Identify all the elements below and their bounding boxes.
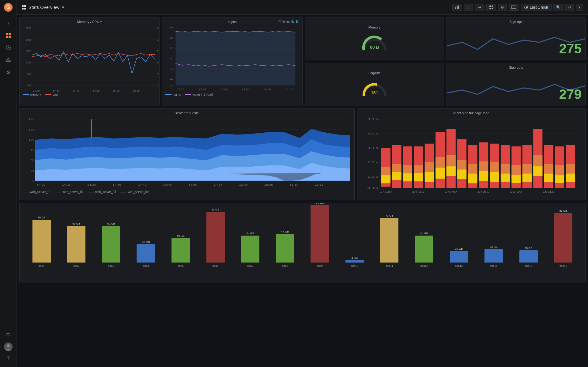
svg-text:50: 50 [31,159,35,162]
disk-bar-sda6: 83 GB sda6 [198,208,233,267]
timeshift-badge: timeshift -1h [278,20,299,23]
app-logo[interactable]: G [3,2,13,12]
svg-text:14:20: 14:20 [379,190,392,193]
disk-bar-sda12: 44 GB sda12 [407,232,441,267]
title-dropdown-icon[interactable]: ▾ [62,5,64,10]
sidebar: G + ! ⚙ 🛡 ? [0,0,17,367]
svg-text:15:05: 15:05 [264,183,273,186]
memory-gauge-panel: Memory 80 B [305,17,444,60]
sign-outs-panel: Sign outs 279 [447,63,586,106]
svg-rect-12 [457,6,458,9]
star-button[interactable]: ☆ [464,4,473,11]
disk-bar-sda15: 20 GB sda15 [511,247,546,267]
disk-bar-sda10: 4 GB sda10 [337,256,372,267]
server-requests-legend: web_server_01 web_server_02 web_server_0… [20,190,354,195]
svg-rect-146 [501,174,510,182]
logouts-gauge-svg: 161 [359,76,390,100]
dashboard-icon[interactable] [3,30,14,41]
svg-point-7 [8,47,9,48]
svg-rect-116 [392,172,401,180]
svg-rect-13 [458,6,459,9]
svg-text:25 B: 25 B [25,26,31,30]
share-button[interactable] [475,4,484,11]
disk-bar-sda13: 19 GB sda13 [442,247,476,267]
disk-bar-sda7: 44 GB sda7 [233,232,267,267]
svg-text:20 B: 20 B [25,38,31,41]
sign-ups-value: 275 [559,41,582,56]
svg-text:15:10: 15:10 [542,190,555,193]
svg-text:80 B: 80 B [370,45,379,50]
svg-text:3.0 s: 3.0 s [367,146,378,150]
cpu-legend-line [45,94,51,95]
panel-settings-button[interactable] [486,4,496,11]
add-icon[interactable]: + [3,18,14,29]
svg-text:25: 25 [31,169,35,172]
config-button[interactable]: ⚙ [498,4,507,11]
sign-ups-panel: Sign ups 275 [447,17,586,60]
svg-text:14:50: 14:50 [188,183,197,186]
logins-panel: logins timeshift -1h 70 60 50 40 [162,17,302,106]
svg-text:15:10: 15:10 [133,89,140,92]
tv-mode-button[interactable] [509,4,519,11]
svg-text:1.0 s: 1.0 s [367,175,378,178]
search-button[interactable]: 🔍 [553,4,564,11]
disk-bar-sda1: 70 GB sda1 [24,216,59,267]
svg-rect-15 [492,6,493,7]
svg-rect-161 [555,175,564,183]
grid-menu-icon [22,5,26,9]
logouts-title: Logouts [308,69,441,76]
disk-bar-sda8: 47 GB sda8 [268,230,302,267]
refresh-dropdown[interactable]: ▾ [576,4,583,11]
explore-icon[interactable] [3,42,14,53]
memory-cpu-panel: Memory / CPU ▾ 25 B 20 B 15 B 10 B [19,17,160,106]
topbar-actions: ☆ ⚙ Last 1 hour 🔍 ↺ ▾ [452,4,583,11]
svg-rect-4 [6,36,8,38]
svg-rect-164 [566,174,575,182]
svg-text:0%: 0% [157,84,159,87]
svg-text:!: ! [8,59,9,62]
svg-text:14:50: 14:50 [477,190,489,193]
svg-text:2.0 s: 2.0 s [367,161,378,164]
svg-rect-131 [446,166,455,176]
refresh-button[interactable]: ↺ [565,4,574,11]
logouts-gauge-panel: Logouts 161 [305,63,444,106]
svg-text:14:25: 14:25 [62,183,71,186]
svg-text:40: 40 [170,57,173,60]
settings-icon[interactable]: ⚙ [3,67,14,78]
sign-outs-value: 279 [559,87,582,102]
alert-icon[interactable]: ! [3,55,14,66]
svg-rect-11 [455,7,456,9]
svg-text:161: 161 [371,90,378,95]
svg-text:15:10: 15:10 [289,183,298,186]
topbar: Stats Overview ▾ ☆ ⚙ Last 1 hour 🔍 [17,0,588,15]
svg-rect-3 [9,33,11,35]
svg-text:5.0 s: 5.0 s [367,118,378,121]
svg-rect-17 [492,8,493,9]
svg-text:13:20: 13:20 [177,88,185,91]
svg-text:14:40: 14:40 [138,183,147,186]
page-title: Stats Overview ▾ [28,5,64,10]
chart-type-button[interactable] [452,4,462,11]
svg-rect-5 [9,36,11,38]
svg-text:14:20: 14:20 [37,183,46,186]
help-icon[interactable]: ? [3,353,14,364]
svg-rect-119 [403,173,412,182]
svg-text:15:00: 15:00 [113,89,119,92]
disk-bar-sda3: 60 GB sda3 [94,222,128,267]
time-range-button[interactable]: Last 1 hour [521,4,552,11]
server-requests-panel: server requests 150 125 100 75 50 [19,108,355,200]
shield-icon[interactable]: 🛡 [3,330,14,341]
svg-text:13:30: 13:30 [198,88,206,91]
dashboard: Memory / CPU ▾ 25 B 20 B 15 B 10 B [17,15,588,367]
disk-bar-sda5: 40 GB sda5 [164,234,198,267]
svg-text:14:40: 14:40 [445,190,457,193]
svg-text:5 B: 5 B [27,72,31,76]
user-avatar[interactable] [4,342,13,351]
svg-text:70: 70 [170,26,173,30]
disk-bar-sda4: 30 GB sda4 [129,240,163,267]
svg-text:10: 10 [170,84,173,88]
disk-bar-sda11: 73 GB sda11 [372,214,407,267]
svg-text:50: 50 [170,47,173,50]
memory-legend-line [23,94,29,95]
disk-bars-container: 70 GB sda1 60 GB sda2 60 GB sda3 [20,203,585,267]
